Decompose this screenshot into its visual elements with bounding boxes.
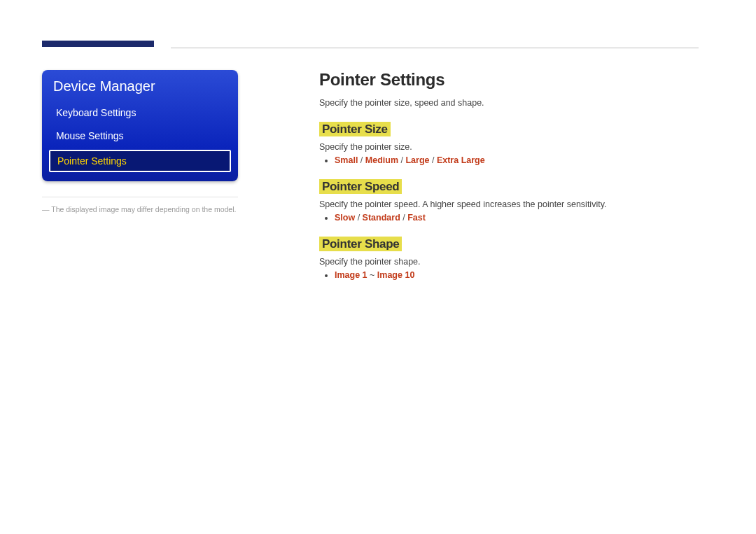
section-heading-pointer-size: Pointer Size	[319, 122, 391, 136]
sep: /	[355, 213, 362, 223]
options-row-pointer-size: Small / Medium / Large / Extra Large	[335, 155, 699, 165]
footnote: The displayed image may differ depending…	[42, 204, 238, 215]
sep: /	[429, 155, 436, 165]
section-heading-pointer-speed: Pointer Speed	[319, 179, 402, 194]
sep: /	[398, 155, 405, 165]
accent-bar	[42, 41, 154, 47]
menu-item-pointer-settings[interactable]: Pointer Settings	[49, 150, 231, 173]
opt-slow: Slow	[335, 213, 355, 223]
sep: /	[400, 213, 407, 223]
sep: /	[358, 155, 365, 165]
opt-standard: Standard	[363, 213, 400, 223]
opt-fast: Fast	[407, 213, 426, 223]
page-title: Pointer Settings	[319, 70, 699, 90]
opt-large: Large	[405, 155, 429, 165]
opt-extra-large: Extra Large	[437, 155, 485, 165]
section-desc-pointer-speed: Specify the pointer speed. A higher spee…	[319, 199, 699, 209]
opt-medium: Medium	[365, 155, 398, 165]
top-divider	[171, 48, 699, 48]
menu-item-keyboard-settings[interactable]: Keyboard Settings	[42, 101, 238, 125]
device-manager-panel: Device Manager Keyboard Settings Mouse S…	[42, 70, 238, 181]
options-row-pointer-speed: Slow / Standard / Fast	[335, 213, 699, 223]
section-desc-pointer-shape: Specify the pointer shape.	[319, 257, 699, 267]
section-heading-pointer-shape: Pointer Shape	[319, 237, 402, 251]
range-tilde: ~	[370, 270, 377, 280]
opt-image-from: Image 1	[335, 270, 368, 280]
page-intro: Specify the pointer size, speed and shap…	[319, 98, 699, 108]
panel-title: Device Manager	[42, 70, 238, 101]
opt-image-to: Image 10	[377, 270, 415, 280]
opt-small: Small	[335, 155, 358, 165]
options-row-pointer-shape: Image 1 ~ Image 10	[335, 270, 699, 280]
sidebar-divider	[42, 197, 238, 197]
menu-item-mouse-settings[interactable]: Mouse Settings	[42, 125, 238, 148]
section-desc-pointer-size: Specify the pointer size.	[319, 142, 699, 152]
